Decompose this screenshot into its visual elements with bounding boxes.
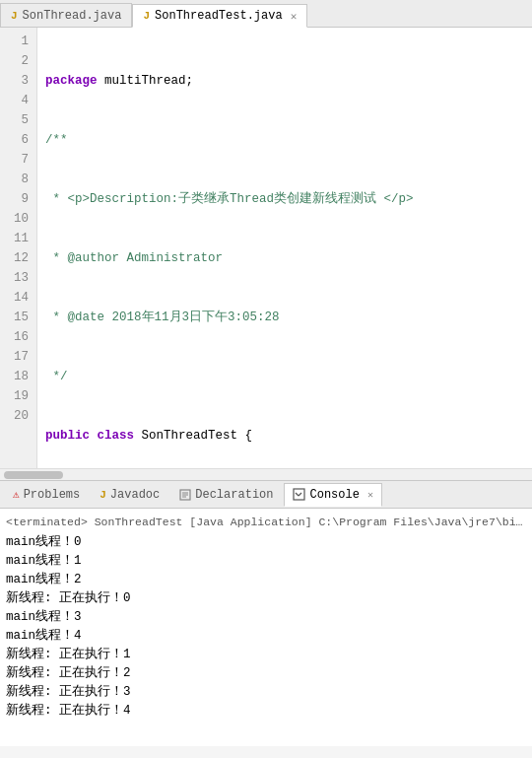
console-line-4: main线程！3 xyxy=(6,608,526,627)
tab-declaration[interactable]: Declaration xyxy=(170,483,282,507)
scroll-thumb[interactable] xyxy=(4,471,63,479)
tab-javadoc-label: Javadoc xyxy=(110,488,160,502)
code-line-4: * @author Administrator xyxy=(45,248,524,268)
code-line-6: */ xyxy=(45,367,524,386)
tab-son-thread-label: SonThread.java xyxy=(23,9,122,23)
code-line-5: * @date 2018年11月3日下午3:05:28 xyxy=(45,308,524,327)
code-editor: 1 2 3 4 5 6 7 8 9 10 11 12 13 14 15 16 1… xyxy=(0,28,532,481)
editor-tab-bar: J SonThread.java J SonThreadTest.java ✕ xyxy=(0,0,532,28)
tab-javadoc[interactable]: J Javadoc xyxy=(91,483,168,507)
java-file-icon: J xyxy=(11,10,18,22)
tab-son-thread[interactable]: J SonThread.java xyxy=(0,3,132,27)
bottom-tab-bar: ⚠ Problems J Javadoc Declaration xyxy=(0,481,532,509)
tab-close-icon[interactable]: ✕ xyxy=(291,10,298,23)
tab-son-thread-test[interactable]: J SonThreadTest.java ✕ xyxy=(132,4,307,28)
console-line-7: 新线程: 正在执行！2 xyxy=(6,664,526,683)
svg-line-5 xyxy=(296,493,299,496)
code-content: 1 2 3 4 5 6 7 8 9 10 11 12 13 14 15 16 1… xyxy=(0,28,532,468)
horizontal-scrollbar[interactable] xyxy=(0,468,532,480)
tab-problems-label: Problems xyxy=(24,488,81,502)
tab-problems[interactable]: ⚠ Problems xyxy=(4,483,89,507)
console-line-2: main线程！2 xyxy=(6,571,526,589)
console-line-1: main线程！1 xyxy=(6,552,526,571)
tab-console-label: Console xyxy=(309,488,359,502)
javadoc-icon: J xyxy=(100,489,106,501)
svg-line-6 xyxy=(299,493,301,496)
code-area[interactable]: package multiThread; /** * <p>Descriptio… xyxy=(37,28,532,468)
console-line-5: main线程！4 xyxy=(6,627,526,646)
console-line-3: 新线程: 正在执行！0 xyxy=(6,589,526,608)
tab-console[interactable]: Console ✕ xyxy=(284,483,381,507)
console-close-icon[interactable]: ✕ xyxy=(367,489,373,501)
console-line-0: main线程！0 xyxy=(6,533,526,552)
code-line-1: package multiThread; xyxy=(45,71,524,91)
console-line-8: 新线程: 正在执行！3 xyxy=(6,683,526,702)
tab-declaration-label: Declaration xyxy=(195,488,273,502)
console-header: <terminated> SonThreadTest [Java Applica… xyxy=(6,513,526,531)
console-icon xyxy=(293,488,305,501)
declaration-icon xyxy=(179,489,191,501)
line-numbers: 1 2 3 4 5 6 7 8 9 10 11 12 13 14 15 16 1… xyxy=(0,28,37,468)
console-line-6: 新线程: 正在执行！1 xyxy=(6,646,526,664)
code-line-7: public class SonThreadTest { xyxy=(45,426,524,446)
console-line-9: 新线程: 正在执行！4 xyxy=(6,702,526,721)
bottom-panel: ⚠ Problems J Javadoc Declaration xyxy=(0,481,532,746)
java-file-icon-2: J xyxy=(143,10,150,22)
console-area: <terminated> SonThreadTest [Java Applica… xyxy=(0,509,532,746)
tab-son-thread-test-label: SonThreadTest.java xyxy=(155,9,283,23)
svg-rect-4 xyxy=(294,489,304,500)
problems-icon: ⚠ xyxy=(13,488,20,501)
code-line-3: * <p>Description:子类继承Thread类创建新线程测试 </p> xyxy=(45,189,524,209)
code-line-2: /** xyxy=(45,130,524,150)
